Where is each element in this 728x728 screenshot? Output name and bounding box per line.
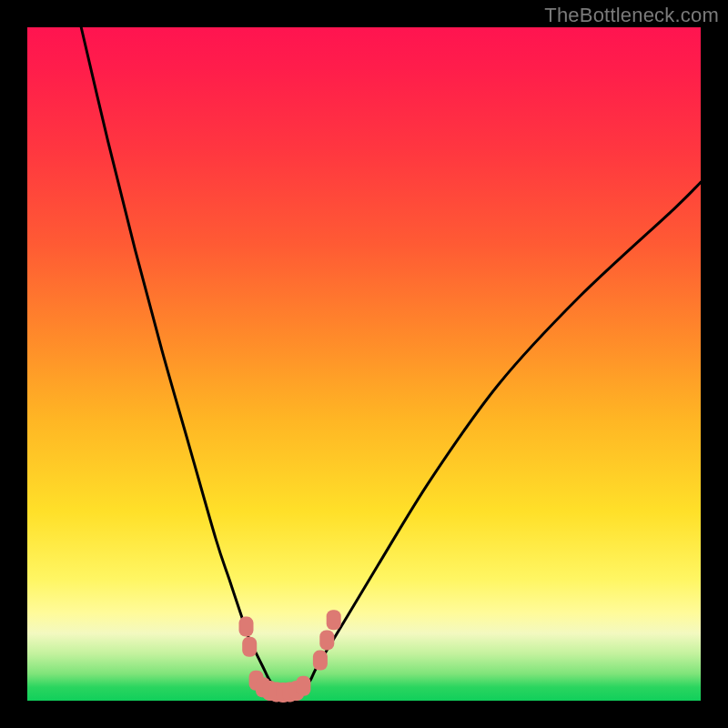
threshold-marker [296, 676, 310, 696]
chart-frame: TheBottleneck.com [0, 0, 728, 728]
threshold-marker [242, 637, 257, 657]
bottleneck-curve [81, 27, 701, 694]
threshold-marker [327, 610, 341, 630]
threshold-marker [313, 651, 328, 671]
watermark-text: TheBottleneck.com [544, 4, 719, 27]
threshold-markers [239, 610, 341, 703]
chart-svg [27, 27, 701, 701]
threshold-marker [239, 617, 254, 637]
threshold-marker [319, 630, 334, 650]
chart-plot-area [27, 27, 701, 701]
